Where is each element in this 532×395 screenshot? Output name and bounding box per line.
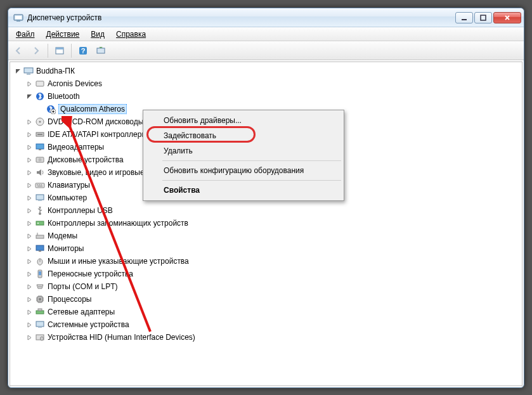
expander-icon[interactable] <box>25 207 33 214</box>
toolbar: ? <box>8 41 524 60</box>
expander-icon[interactable] <box>25 131 33 138</box>
svg-rect-3 <box>462 19 467 20</box>
svg-rect-21 <box>39 149 41 150</box>
cpu-icon <box>35 294 45 304</box>
ctx-separator <box>162 160 341 161</box>
expander-icon[interactable] <box>25 245 33 252</box>
expander-icon[interactable] <box>25 156 33 164</box>
expander-icon[interactable] <box>25 283 33 290</box>
svg-rect-10 <box>24 68 33 73</box>
expander-icon[interactable] <box>25 270 33 278</box>
tree-item-acronis[interactable]: Acronis Devices <box>10 77 522 90</box>
maximize-button[interactable] <box>474 12 492 23</box>
svg-point-23 <box>39 159 42 162</box>
svg-rect-45 <box>39 298 41 301</box>
svg-rect-49 <box>38 327 42 328</box>
svg-rect-35 <box>36 245 44 250</box>
svg-rect-29 <box>36 195 44 200</box>
expander-icon[interactable] <box>25 80 33 87</box>
tree-item-system[interactable]: Системные устройства <box>10 318 522 331</box>
svg-rect-26 <box>39 185 40 185</box>
tree-item-mouse[interactable]: Мыши и иные указывающие устройства <box>10 255 522 268</box>
keyboard-icon <box>35 180 45 190</box>
menu-view[interactable]: Вид <box>86 29 110 40</box>
app-icon <box>13 13 23 23</box>
tree-item-net[interactable]: Сетевые адаптеры <box>10 306 522 318</box>
tree-label: Мониторы <box>48 244 84 253</box>
tree-item-portable[interactable]: Переносные устройства <box>10 268 522 280</box>
tree-item-ports[interactable]: Порты (COM и LPT) <box>10 280 522 293</box>
hid-icon <box>35 332 45 342</box>
tree-label: DVD и CD-ROM дисководы <box>48 117 143 126</box>
expander-icon[interactable] <box>25 321 33 328</box>
close-button[interactable] <box>493 12 521 23</box>
port-icon <box>35 282 45 292</box>
show-hidden-button[interactable] <box>52 43 67 58</box>
expander-icon[interactable] <box>25 169 33 176</box>
ctx-enable[interactable]: Задействовать <box>145 128 342 143</box>
menubar: Файл Действие Вид Справка <box>8 27 524 41</box>
expander-icon[interactable] <box>25 232 33 240</box>
svg-rect-40 <box>39 271 41 275</box>
svg-rect-25 <box>37 185 38 185</box>
svg-rect-20 <box>36 144 44 149</box>
tree-root[interactable]: Buddha-ПК <box>10 65 522 77</box>
expander-icon[interactable] <box>25 118 33 126</box>
tree-item-cpu[interactable]: Процессоры <box>10 293 522 306</box>
expander-icon[interactable] <box>25 194 33 202</box>
tree-item-modem[interactable]: Модемы <box>10 230 522 242</box>
tree-label: Qualcomm Atheros <box>58 104 127 114</box>
expander-icon[interactable] <box>25 93 33 100</box>
audio-icon <box>35 167 45 178</box>
menu-action[interactable]: Действие <box>41 29 85 40</box>
back-button[interactable] <box>11 43 26 58</box>
tree-item-monitor[interactable]: Мониторы <box>10 242 522 255</box>
tree-label: IDE ATA/ATAPI контроллеры <box>48 130 147 139</box>
expander-icon[interactable] <box>25 257 33 265</box>
expander-icon[interactable] <box>14 67 22 75</box>
scan-hardware-button[interactable] <box>93 43 108 58</box>
tree-item-hid[interactable]: Устройства HID (Human Interface Devices) <box>10 331 522 344</box>
tree-item-storage[interactable]: Контроллеры запоминающих устройств <box>10 217 522 230</box>
svg-rect-27 <box>41 185 42 185</box>
svg-rect-47 <box>38 309 42 311</box>
ctx-delete[interactable]: Удалить <box>145 143 342 159</box>
ctx-scan-hardware[interactable]: Обновить конфигурацию оборудования <box>145 163 342 178</box>
expander-icon[interactable] <box>25 308 33 316</box>
tree-label: Acronis Devices <box>48 79 102 88</box>
svg-rect-36 <box>39 250 41 252</box>
device-tree: Buddha-ПК Acronis Devices Bluetooth Qual… <box>10 62 522 346</box>
expander-icon[interactable] <box>25 181 33 189</box>
expander-icon[interactable] <box>25 219 33 227</box>
computer-icon <box>35 193 45 203</box>
expander-icon[interactable] <box>25 333 33 341</box>
expander-icon[interactable] <box>25 143 33 151</box>
ctx-update-drivers[interactable]: Обновить драйверы... <box>145 113 342 128</box>
menu-help[interactable]: Справка <box>111 29 151 40</box>
minimize-button[interactable] <box>455 12 473 23</box>
svg-point-41 <box>38 286 39 287</box>
svg-point-43 <box>41 286 42 287</box>
expander-icon[interactable] <box>25 295 33 303</box>
tree-label: Процессоры <box>48 295 92 304</box>
usb-icon <box>35 205 45 216</box>
forward-button[interactable] <box>29 43 44 58</box>
ctx-properties[interactable]: Свойства <box>145 183 342 198</box>
mouse-icon <box>35 256 45 266</box>
computer-icon <box>23 66 34 76</box>
network-icon <box>35 307 45 317</box>
tree-label: Системные устройства <box>48 320 129 329</box>
menu-file[interactable]: Файл <box>11 29 40 40</box>
tree-label: Видеоадаптеры <box>48 143 104 152</box>
bluetooth-icon <box>35 91 45 101</box>
svg-point-42 <box>39 286 41 287</box>
svg-rect-28 <box>37 186 42 186</box>
window-title: Диспетчер устройств <box>27 13 455 22</box>
svg-point-51 <box>41 337 44 340</box>
tree-item-usb[interactable]: Контроллеры USB <box>10 204 522 217</box>
help-button[interactable]: ? <box>75 43 91 58</box>
tree-item-bluetooth[interactable]: Bluetooth <box>10 90 522 103</box>
tree-label: Модемы <box>48 231 77 240</box>
svg-rect-1 <box>15 16 22 19</box>
svg-text:?: ? <box>81 47 86 55</box>
